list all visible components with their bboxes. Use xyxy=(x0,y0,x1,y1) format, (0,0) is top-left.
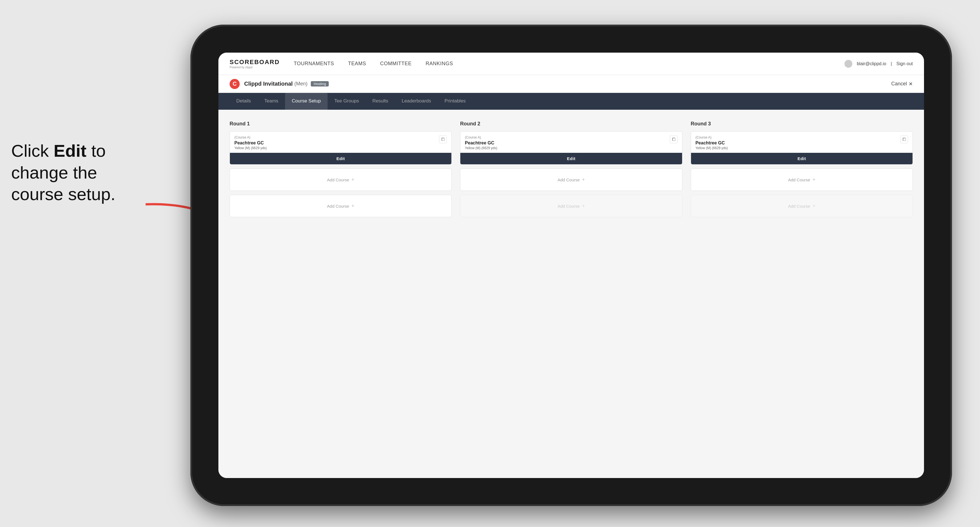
round-2-column: Round 2 (Course A) Peachtree GC ⧠ Yellow… xyxy=(460,121,682,221)
round-3-add-course-1[interactable]: Add Course + xyxy=(691,168,913,191)
round-1-edit-button[interactable]: Edit xyxy=(230,153,451,164)
course-info: (Course A) Peachtree GC xyxy=(695,135,725,146)
add-course-label: Add Course xyxy=(788,204,810,208)
course-card-header: (Course A) Peachtree GC ⧠ xyxy=(460,132,682,146)
round-3-edit-button[interactable]: Edit xyxy=(691,153,913,164)
round-3-column: Round 3 (Course A) Peachtree GC ⧠ Yellow… xyxy=(691,121,913,221)
instruction-prefix: Click xyxy=(11,141,54,160)
trash-icon: ⧠ xyxy=(902,137,906,141)
course-delete-button[interactable]: ⧠ xyxy=(670,135,678,143)
course-delete-button[interactable]: ⧠ xyxy=(439,135,447,143)
course-details: Yellow (M) (6629 yds) xyxy=(460,146,682,153)
nav-committee[interactable]: COMMITTEE xyxy=(380,61,412,67)
logo-main: SCOREBOARD xyxy=(230,59,280,66)
plus-icon: + xyxy=(813,177,816,183)
add-course-label: Add Course xyxy=(557,178,580,182)
user-email: blair@clippd.io xyxy=(857,61,886,66)
tournament-logo: C xyxy=(230,79,240,89)
plus-icon: + xyxy=(582,177,585,183)
close-icon: ✕ xyxy=(908,81,913,87)
top-nav: SCOREBOARD Powered by clippd TOURNAMENTS… xyxy=(218,52,924,75)
round-2-edit-button[interactable]: Edit xyxy=(460,153,682,164)
round-2-add-course-2: Add Course + xyxy=(460,195,682,217)
avatar xyxy=(845,60,852,68)
plus-icon: + xyxy=(352,177,355,183)
round-2-add-course-1[interactable]: Add Course + xyxy=(460,168,682,191)
tablet-screen: SCOREBOARD Powered by clippd TOURNAMENTS… xyxy=(218,52,924,478)
course-tag: (Course A) xyxy=(234,135,264,140)
main-content: Round 1 (Course A) Peachtree GC ⧠ Yellow… xyxy=(218,110,924,478)
plus-icon: + xyxy=(813,203,816,209)
logo-sub: Powered by clippd xyxy=(230,66,280,69)
trash-icon: ⧠ xyxy=(441,137,445,141)
sign-out-link[interactable]: Sign out xyxy=(896,61,913,66)
course-details: Yellow (M) (6629 yds) xyxy=(230,146,451,153)
tab-details[interactable]: Details xyxy=(230,93,258,110)
course-info: (Course A) Peachtree GC xyxy=(234,135,264,146)
separator: | xyxy=(891,61,892,66)
round-1-add-course-2[interactable]: Add Course + xyxy=(230,195,452,217)
tournament-name: Clippd Invitational xyxy=(244,81,293,87)
instruction-bold: Edit xyxy=(54,141,86,160)
gender-label: (Men) xyxy=(294,81,307,87)
round-1-column: Round 1 (Course A) Peachtree GC ⧠ Yellow… xyxy=(230,121,452,221)
rounds-container: Round 1 (Course A) Peachtree GC ⧠ Yellow… xyxy=(230,121,913,221)
course-info: (Course A) Peachtree GC xyxy=(465,135,494,146)
round-2-title: Round 2 xyxy=(460,121,682,127)
add-course-label: Add Course xyxy=(557,204,580,208)
round-1-course-card: (Course A) Peachtree GC ⧠ Yellow (M) (66… xyxy=(230,131,452,165)
course-name: Peachtree GC xyxy=(465,141,494,146)
add-course-label: Add Course xyxy=(327,204,349,208)
trash-icon: ⧠ xyxy=(672,137,676,141)
course-details: Yellow (M) (6629 yds) xyxy=(691,146,913,153)
round-1-add-course-1[interactable]: Add Course + xyxy=(230,168,452,191)
tab-leaderboards[interactable]: Leaderboards xyxy=(395,93,438,110)
course-name: Peachtree GC xyxy=(234,141,264,146)
cancel-button[interactable]: Cancel ✕ xyxy=(891,81,913,87)
round-3-course-card: (Course A) Peachtree GC ⧠ Yellow (M) (66… xyxy=(691,131,913,165)
nav-rankings[interactable]: RANKINGS xyxy=(426,61,453,67)
course-tag: (Course A) xyxy=(695,135,725,140)
nav-links: TOURNAMENTS TEAMS COMMITTEE RANKINGS xyxy=(294,61,845,67)
tabs-bar: Details Teams Course Setup Tee Groups Re… xyxy=(218,93,924,110)
tab-tee-groups[interactable]: Tee Groups xyxy=(328,93,366,110)
course-tag: (Course A) xyxy=(465,135,494,140)
cancel-label: Cancel xyxy=(891,81,907,87)
add-course-label: Add Course xyxy=(327,178,349,182)
tablet-frame: SCOREBOARD Powered by clippd TOURNAMENTS… xyxy=(190,25,952,506)
course-card-header: (Course A) Peachtree GC ⧠ xyxy=(691,132,913,146)
course-name: Peachtree GC xyxy=(695,141,725,146)
scoreboard-logo: SCOREBOARD Powered by clippd xyxy=(230,59,280,69)
tab-printables[interactable]: Printables xyxy=(438,93,473,110)
nav-right: blair@clippd.io | Sign out xyxy=(845,60,913,68)
round-3-add-course-2: Add Course + xyxy=(691,195,913,217)
tab-teams[interactable]: Teams xyxy=(258,93,285,110)
plus-icon: + xyxy=(582,203,585,209)
course-card-header: (Course A) Peachtree GC ⧠ xyxy=(230,132,451,146)
course-delete-button[interactable]: ⧠ xyxy=(900,135,908,143)
plus-icon: + xyxy=(352,203,355,209)
nav-tournaments[interactable]: TOURNAMENTS xyxy=(294,61,334,67)
hosting-badge: Hosting xyxy=(311,81,329,86)
round-2-course-card: (Course A) Peachtree GC ⧠ Yellow (M) (66… xyxy=(460,131,682,165)
tab-course-setup[interactable]: Course Setup xyxy=(285,93,328,110)
add-course-label: Add Course xyxy=(788,178,810,182)
round-3-title: Round 3 xyxy=(691,121,913,127)
tab-results[interactable]: Results xyxy=(366,93,395,110)
sub-header: C Clippd Invitational (Men) Hosting Canc… xyxy=(218,75,924,93)
round-1-title: Round 1 xyxy=(230,121,452,127)
nav-teams[interactable]: TEAMS xyxy=(348,61,366,67)
